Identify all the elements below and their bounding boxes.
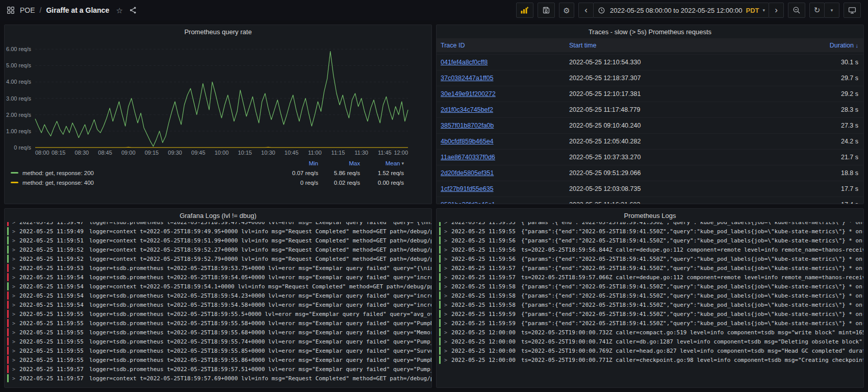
- expand-log-icon[interactable]: >: [444, 293, 447, 299]
- log-row[interactable]: >2022-05-25 11:59:58{"params":{"end":"20…: [439, 282, 863, 291]
- log-row[interactable]: >2022-05-25 12:00:00ts=2022-05-25T19:00:…: [439, 346, 863, 355]
- panel-title[interactable]: Prometheus Logs: [624, 212, 676, 219]
- log-row[interactable]: >2022-05-25 11:59:51logger=context t=202…: [7, 236, 431, 245]
- expand-log-icon[interactable]: >: [12, 293, 15, 299]
- refresh-button[interactable]: ↻: [809, 3, 825, 18]
- expand-log-icon[interactable]: >: [12, 256, 15, 262]
- save-dashboard-button[interactable]: [538, 3, 555, 18]
- log-row[interactable]: >2022-05-25 11:59:55logger=tsdb.promethe…: [7, 346, 431, 355]
- expand-log-icon[interactable]: >: [12, 376, 15, 381]
- log-row[interactable]: >2022-05-25 11:59:57{"params":{"end":"20…: [439, 263, 863, 273]
- log-row[interactable]: >2022-05-25 11:59:57logger=tsdb.promethe…: [7, 364, 431, 374]
- kiosk-mode-button[interactable]: [844, 3, 861, 18]
- expand-log-icon[interactable]: >: [444, 339, 447, 345]
- log-row[interactable]: >2022-05-25 11:59:55logger=tsdb.promethe…: [7, 337, 431, 346]
- log-row[interactable]: >2022-05-25 12:00:00ts=2022-05-25T19:00:…: [439, 355, 863, 364]
- breadcrumb-folder[interactable]: POE: [20, 6, 35, 14]
- log-row[interactable]: >2022-05-25 11:59:57logger=context t=202…: [7, 374, 431, 383]
- expand-log-icon[interactable]: >: [12, 302, 15, 308]
- log-row[interactable]: >2022-05-25 11:59:56ts=2022-05-25T18:59:…: [439, 245, 863, 254]
- expand-log-icon[interactable]: >: [444, 357, 447, 363]
- expand-log-icon[interactable]: >: [12, 321, 15, 326]
- expand-log-icon[interactable]: >: [12, 357, 15, 363]
- trace-id-link[interactable]: 3857f01b8702fa0b: [441, 122, 569, 129]
- panel-title[interactable]: Grafana Logs (lvl != dbug): [180, 212, 257, 219]
- star-icon[interactable]: ☆: [115, 6, 124, 15]
- log-row[interactable]: >2022-05-25 11:59:55{"params":{"end":"20…: [439, 222, 863, 227]
- column-header-trace-id[interactable]: Trace ID: [441, 42, 569, 49]
- log-row[interactable]: >2022-05-25 11:59:54logger=tsdb.promethe…: [7, 300, 431, 309]
- expand-log-icon[interactable]: >: [12, 229, 15, 234]
- expand-log-icon[interactable]: >: [444, 256, 447, 262]
- log-row[interactable]: >2022-05-25 12:00:00ts=2022-05-25T19:00:…: [439, 328, 863, 337]
- expand-log-icon[interactable]: >: [444, 275, 447, 280]
- trace-id-link[interactable]: 1cf27b91fd55e635: [441, 185, 569, 192]
- dashboard-settings-button[interactable]: ⚙: [559, 3, 574, 18]
- expand-log-icon[interactable]: >: [444, 222, 447, 225]
- legend-col-min[interactable]: Min: [276, 160, 318, 166]
- log-row[interactable]: >2022-05-25 11:59:53logger=tsdb.promethe…: [7, 263, 431, 273]
- expand-log-icon[interactable]: >: [444, 265, 447, 271]
- trace-id-link[interactable]: 2d1f0c34c745bef2: [441, 106, 569, 113]
- trace-id-link[interactable]: 4b0cfdf859b465e4: [441, 138, 569, 145]
- expand-log-icon[interactable]: >: [12, 330, 15, 335]
- trace-id-link[interactable]: 11ae86740337f0d6: [441, 154, 569, 161]
- expand-log-icon[interactable]: >: [12, 247, 15, 253]
- query-rate-chart[interactable]: 0 req/s1.00 req/s2.00 req/s3.00 req/s4.0…: [5, 38, 431, 157]
- apps-grid-icon[interactable]: [6, 6, 15, 15]
- log-row[interactable]: >2022-05-25 11:59:55logger=tsdb.promethe…: [7, 309, 431, 318]
- trace-id-link[interactable]: 041fef4a8cf0cff8: [441, 59, 569, 66]
- log-row[interactable]: >2022-05-25 11:59:55logger=tsdb.promethe…: [7, 318, 431, 328]
- share-icon[interactable]: [129, 6, 138, 15]
- expand-log-icon[interactable]: >: [12, 348, 15, 354]
- legend-col-max[interactable]: Max: [318, 160, 360, 166]
- column-header-duration[interactable]: Duration ↓: [802, 42, 858, 49]
- expand-log-icon[interactable]: >: [12, 265, 15, 271]
- expand-log-icon[interactable]: >: [12, 311, 15, 317]
- log-row[interactable]: >2022-05-25 11:59:54logger=context t=202…: [7, 282, 431, 291]
- expand-log-icon[interactable]: >: [444, 229, 447, 234]
- log-row[interactable]: >2022-05-25 11:59:54logger=tsdb.promethe…: [7, 273, 431, 282]
- log-row[interactable]: >2022-05-25 11:59:54logger=tsdb.promethe…: [7, 291, 431, 300]
- expand-log-icon[interactable]: >: [444, 284, 447, 289]
- log-row[interactable]: >2022-05-25 12:00:00ts=2022-05-25T19:00:…: [439, 337, 863, 346]
- expand-log-icon[interactable]: >: [444, 311, 447, 317]
- expand-log-icon[interactable]: >: [444, 238, 447, 243]
- zoom-out-button[interactable]: [788, 3, 805, 18]
- log-row[interactable]: >2022-05-25 11:59:55logger=tsdb.promethe…: [7, 355, 431, 364]
- expand-log-icon[interactable]: >: [12, 366, 15, 372]
- expand-log-icon[interactable]: >: [444, 330, 447, 335]
- log-row[interactable]: >2022-05-25 11:59:55logger=tsdb.promethe…: [7, 328, 431, 337]
- expand-log-icon[interactable]: >: [444, 247, 447, 253]
- column-header-start-time[interactable]: Start time: [569, 42, 802, 49]
- log-row[interactable]: >2022-05-25 11:59:58{"params":{"end":"20…: [439, 300, 863, 309]
- log-row[interactable]: >2022-05-25 11:59:52logger=context t=202…: [7, 254, 431, 263]
- time-shift-forward-button[interactable]: ›: [769, 3, 784, 18]
- expand-log-icon[interactable]: >: [444, 302, 447, 308]
- legend-col-mean[interactable]: Mean ▾: [360, 160, 404, 166]
- panel-title[interactable]: Prometheus query rate: [184, 28, 251, 36]
- panel-title[interactable]: Traces - slow (> 5s) Prometheus requests: [589, 28, 711, 36]
- legend-series-toggle[interactable]: method: get, response: 400: [11, 180, 276, 186]
- expand-log-icon[interactable]: >: [12, 238, 15, 243]
- expand-log-icon[interactable]: >: [444, 348, 447, 354]
- expand-log-icon[interactable]: >: [12, 275, 15, 280]
- refresh-interval-dropdown[interactable]: ▾: [824, 3, 839, 18]
- expand-log-icon[interactable]: >: [444, 321, 447, 326]
- time-shift-back-button[interactable]: ‹: [578, 3, 594, 18]
- legend-series-toggle[interactable]: method: get, response: 200: [11, 170, 276, 176]
- log-row[interactable]: >2022-05-25 11:59:58{"params":{"end":"20…: [439, 291, 863, 300]
- explore-metrics-button[interactable]: [516, 3, 533, 18]
- trace-id-link[interactable]: 30e149e91f200272: [441, 90, 569, 97]
- trace-id-link[interactable]: 37c0382447a1ff05: [441, 75, 569, 82]
- log-row[interactable]: >2022-05-25 11:59:59{"params":{"end":"20…: [439, 318, 863, 328]
- log-row[interactable]: >2022-05-25 11:59:59{"params":{"end":"20…: [439, 309, 863, 318]
- log-row[interactable]: >2022-05-25 11:59:49logger=context t=202…: [7, 227, 431, 236]
- expand-log-icon[interactable]: >: [12, 222, 15, 225]
- log-row[interactable]: >2022-05-25 11:59:52logger=context t=202…: [7, 245, 431, 254]
- expand-log-icon[interactable]: >: [12, 339, 15, 345]
- trace-id-link[interactable]: 2d20fde5805ef351: [441, 169, 569, 177]
- log-row[interactable]: >2022-05-25 11:59:56{"params":{"end":"20…: [439, 236, 863, 245]
- log-row[interactable]: >2022-05-25 11:59:55{"params":{"end":"20…: [439, 227, 863, 236]
- log-row[interactable]: >2022-05-25 11:59:56{"params":{"end":"20…: [439, 254, 863, 263]
